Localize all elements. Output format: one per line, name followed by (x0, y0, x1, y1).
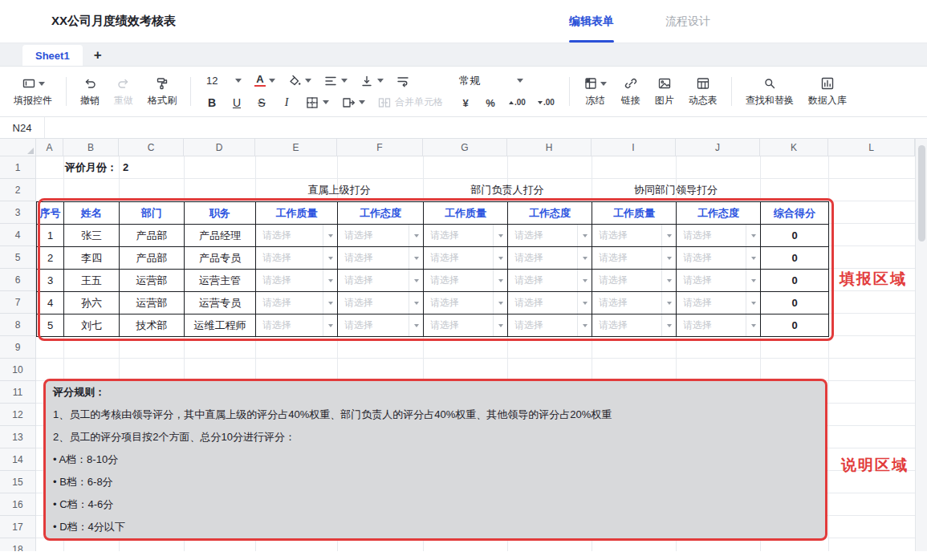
eval-month-value-cell[interactable]: 2 (123, 156, 128, 179)
chevron-down-icon[interactable] (577, 314, 592, 336)
number-format-select[interactable]: 常规 (454, 72, 528, 90)
score-select[interactable]: 请选择 (508, 270, 592, 292)
score-select[interactable]: 请选择 (338, 225, 424, 247)
score-select[interactable]: 请选择 (508, 314, 592, 337)
score-select[interactable]: 请选择 (256, 270, 338, 292)
chevron-down-icon[interactable] (746, 225, 760, 246)
table-header-cell[interactable]: 序号 (37, 202, 64, 225)
table-header-cell[interactable]: 工作质量 (424, 202, 508, 225)
horizontal-align-button[interactable] (319, 72, 352, 90)
select-all-corner[interactable] (0, 139, 36, 156)
image-button[interactable]: 图片 (651, 75, 678, 108)
cell-no[interactable]: 2 (37, 247, 64, 270)
score-select[interactable]: 请选择 (424, 225, 508, 247)
vertical-align-button[interactable] (355, 72, 388, 90)
score-select[interactable]: 请选择 (592, 314, 677, 337)
score-select[interactable]: 请选择 (508, 292, 592, 314)
add-sheet-button[interactable]: + (94, 48, 102, 62)
format-painter-button[interactable]: 格式刷 (144, 75, 181, 108)
table-header-cell[interactable]: 职务 (185, 202, 256, 225)
chevron-down-icon[interactable] (746, 292, 760, 314)
bold-button[interactable]: B (201, 94, 223, 112)
chevron-down-icon[interactable] (746, 270, 760, 291)
table-header-cell[interactable]: 姓名 (64, 202, 120, 225)
decrease-decimal-button[interactable]: .00 (533, 94, 559, 112)
score-select[interactable]: 请选择 (592, 270, 677, 292)
percent-format-button[interactable]: % (479, 94, 502, 112)
score-select[interactable]: 请选择 (677, 247, 761, 270)
cell-title[interactable]: 产品经理 (185, 225, 256, 247)
chevron-down-icon[interactable] (661, 314, 676, 336)
cell-title[interactable]: 运营主管 (185, 270, 256, 292)
score-select[interactable]: 请选择 (592, 225, 677, 247)
score-select[interactable]: 请选择 (256, 225, 338, 247)
score-select[interactable]: 请选择 (256, 292, 338, 314)
chevron-down-icon[interactable] (493, 225, 507, 246)
chevron-down-icon[interactable] (409, 314, 423, 336)
chevron-down-icon[interactable] (493, 314, 507, 336)
scrollbar-thumb[interactable] (918, 145, 925, 241)
fill-control-button[interactable]: 填报控件 (10, 75, 56, 108)
chevron-down-icon[interactable] (661, 292, 676, 314)
cell-dept[interactable]: 运营部 (120, 270, 185, 292)
table-header-cell[interactable]: 工作质量 (592, 202, 677, 225)
data-import-button[interactable]: 数据入库 (804, 75, 851, 108)
cell-total-score[interactable]: 0 (761, 314, 829, 337)
cell-no[interactable]: 3 (37, 270, 64, 292)
cell-no[interactable]: 4 (37, 292, 64, 314)
column-header-g[interactable]: G (423, 139, 507, 156)
chevron-down-icon[interactable] (746, 247, 760, 269)
score-select[interactable]: 请选择 (592, 292, 677, 314)
chevron-down-icon[interactable] (323, 247, 337, 269)
increase-decimal-button[interactable]: .00 (504, 94, 531, 112)
font-size-select[interactable]: 12 (201, 72, 247, 90)
chevron-down-icon[interactable] (323, 225, 337, 246)
cell-no[interactable]: 5 (37, 314, 64, 337)
cell-total-score[interactable]: 0 (761, 292, 829, 314)
borders-button[interactable] (300, 94, 334, 112)
cell-no[interactable]: 1 (37, 225, 64, 247)
chevron-down-icon[interactable] (493, 292, 507, 314)
cell-dept[interactable]: 产品部 (120, 247, 185, 270)
chevron-down-icon[interactable] (409, 225, 423, 246)
column-header-d[interactable]: D (184, 139, 255, 156)
table-header-cell[interactable]: 部门 (120, 202, 185, 225)
chevron-down-icon[interactable] (577, 270, 592, 291)
score-select[interactable]: 请选择 (424, 247, 508, 270)
column-header-e[interactable]: E (255, 139, 337, 156)
cell-name[interactable]: 王五 (64, 270, 120, 292)
column-header-k[interactable]: K (760, 139, 828, 156)
score-select[interactable]: 请选择 (424, 292, 508, 314)
cell-title[interactable]: 运营专员 (185, 292, 256, 314)
chevron-down-icon[interactable] (577, 247, 592, 269)
column-header-b[interactable]: B (63, 139, 119, 156)
merge-cells-button[interactable]: 合并单元格 (372, 94, 448, 112)
font-color-button[interactable]: A (250, 72, 280, 90)
cell-total-score[interactable]: 0 (761, 225, 829, 247)
chevron-down-icon[interactable] (661, 247, 676, 269)
chevron-down-icon[interactable] (323, 314, 337, 336)
link-button[interactable]: 链接 (617, 75, 644, 108)
column-header-c[interactable]: C (119, 139, 184, 156)
column-header-a[interactable]: A (36, 139, 63, 156)
chevron-down-icon[interactable] (661, 225, 676, 246)
chevron-down-icon[interactable] (409, 292, 423, 314)
cell-name[interactable]: 刘七 (64, 314, 120, 337)
score-select[interactable]: 请选择 (677, 314, 761, 337)
sheet-tab-sheet1[interactable]: Sheet1 (22, 45, 83, 66)
chevron-down-icon[interactable] (661, 270, 676, 291)
undo-button[interactable]: 撤销 (76, 75, 104, 108)
score-select[interactable]: 请选择 (424, 314, 508, 337)
name-box[interactable]: N24 (0, 117, 45, 138)
score-select[interactable]: 请选择 (338, 314, 424, 337)
cell-total-score[interactable]: 0 (761, 270, 829, 292)
formula-input[interactable] (45, 117, 927, 138)
table-header-cell[interactable]: 工作态度 (508, 202, 592, 225)
find-replace-button[interactable]: 查找和替换 (742, 75, 798, 108)
table-header-cell[interactable]: 工作态度 (338, 202, 424, 225)
chevron-down-icon[interactable] (577, 292, 592, 314)
group-header-dept-manager[interactable]: 部门负责人打分 (423, 179, 592, 201)
chevron-down-icon[interactable] (493, 270, 507, 291)
cells-area[interactable]: 评价月份： 2 直属上级打分 部门负责人打分 协同部门领导打分 序号 姓名 部门… (0, 156, 927, 551)
column-header-i[interactable]: I (592, 139, 676, 156)
